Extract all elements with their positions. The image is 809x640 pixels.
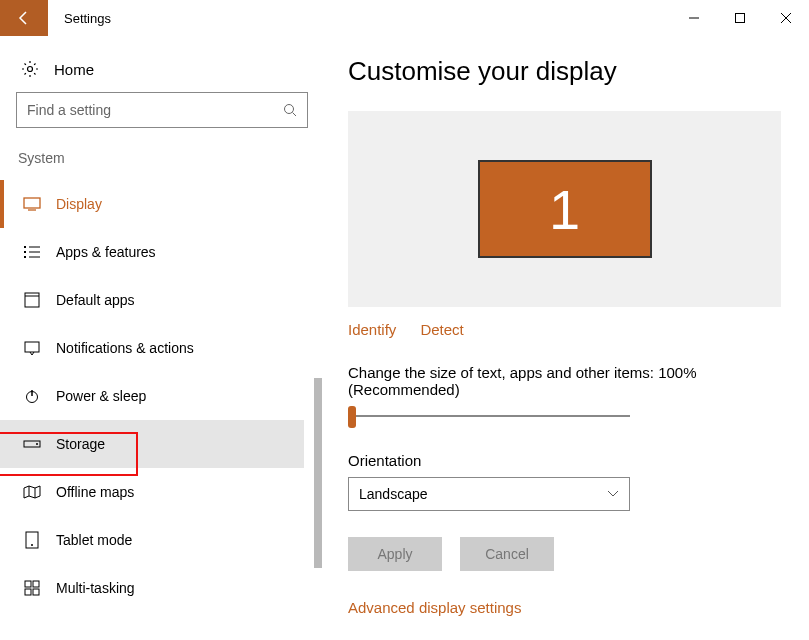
sidebar-item-tablet-mode[interactable]: Tablet mode <box>16 516 320 564</box>
tablet-icon <box>22 531 42 549</box>
svg-rect-13 <box>25 293 39 307</box>
maximize-button[interactable] <box>717 0 763 36</box>
monitor-icon <box>22 197 42 211</box>
monitor-number: 1 <box>549 177 580 242</box>
sidebar-item-label: Tablet mode <box>56 532 132 548</box>
gear-icon <box>20 60 40 78</box>
nav-list: Display Apps & features Default apps Not… <box>16 180 320 612</box>
sidebar-item-label: Apps & features <box>56 244 156 260</box>
sidebar-item-default-apps[interactable]: Default apps <box>16 276 320 324</box>
cancel-button[interactable]: Cancel <box>460 537 554 571</box>
apply-button[interactable]: Apply <box>348 537 442 571</box>
svg-rect-8 <box>24 251 26 253</box>
map-icon <box>22 485 42 499</box>
home-label: Home <box>54 61 94 78</box>
chevron-down-icon <box>607 490 619 498</box>
svg-rect-27 <box>33 589 39 595</box>
svg-point-23 <box>31 544 33 546</box>
orientation-label: Orientation <box>348 452 781 469</box>
scrollbar[interactable] <box>314 378 322 568</box>
sidebar-item-apps-features[interactable]: Apps & features <box>16 228 320 276</box>
svg-rect-5 <box>24 198 40 208</box>
category-label: System <box>16 150 320 166</box>
svg-rect-25 <box>33 581 39 587</box>
sidebar-item-storage[interactable]: Storage <box>0 420 304 468</box>
minimize-button[interactable] <box>671 0 717 36</box>
detect-link[interactable]: Detect <box>420 321 463 338</box>
sidebar-item-label: Offline maps <box>56 484 134 500</box>
svg-rect-26 <box>25 589 31 595</box>
sidebar-item-label: Notifications & actions <box>56 340 194 356</box>
home-link[interactable]: Home <box>16 52 320 92</box>
sidebar: Home System Display Apps & features <box>0 36 320 640</box>
slider-thumb[interactable] <box>348 406 356 428</box>
titlebar: Settings <box>0 0 809 36</box>
svg-rect-15 <box>25 342 39 352</box>
notification-icon <box>22 340 42 356</box>
multitask-icon <box>22 580 42 596</box>
svg-rect-24 <box>25 581 31 587</box>
sidebar-item-label: Multi-tasking <box>56 580 135 596</box>
sidebar-item-multitasking[interactable]: Multi-tasking <box>16 564 320 612</box>
svg-rect-1 <box>736 14 745 23</box>
slider-track <box>348 415 630 417</box>
advanced-display-link[interactable]: Advanced display settings <box>348 599 781 616</box>
svg-rect-7 <box>24 246 26 248</box>
svg-rect-9 <box>24 256 26 258</box>
close-button[interactable] <box>763 0 809 36</box>
list-icon <box>22 245 42 259</box>
monitor-1[interactable]: 1 <box>478 160 652 258</box>
sidebar-item-offline-maps[interactable]: Offline maps <box>16 468 320 516</box>
orientation-select[interactable]: Landscape <box>348 477 630 511</box>
sidebar-item-label: Power & sleep <box>56 388 146 404</box>
text-size-label: Change the size of text, apps and other … <box>348 364 781 398</box>
storage-icon <box>22 439 42 449</box>
search-input-wrapper[interactable] <box>16 92 308 128</box>
identify-link[interactable]: Identify <box>348 321 396 338</box>
text-size-slider[interactable] <box>348 404 630 428</box>
svg-point-19 <box>36 443 38 445</box>
svg-line-4 <box>293 113 297 117</box>
sidebar-item-power-sleep[interactable]: Power & sleep <box>16 372 320 420</box>
back-button[interactable] <box>0 0 48 36</box>
main-content: Customise your display 1 Identify Detect… <box>320 36 809 640</box>
apps-icon <box>22 292 42 308</box>
sidebar-item-label: Display <box>56 196 102 212</box>
svg-point-2 <box>28 67 33 72</box>
window-title: Settings <box>64 11 111 26</box>
display-preview[interactable]: 1 <box>348 111 781 307</box>
sidebar-item-notifications[interactable]: Notifications & actions <box>16 324 320 372</box>
search-icon <box>283 103 297 117</box>
power-icon <box>22 388 42 404</box>
search-input[interactable] <box>27 102 283 118</box>
sidebar-item-label: Default apps <box>56 292 135 308</box>
sidebar-item-label: Storage <box>56 436 105 452</box>
page-title: Customise your display <box>348 56 781 87</box>
sidebar-item-display[interactable]: Display <box>16 180 320 228</box>
orientation-value: Landscape <box>359 486 428 502</box>
svg-point-3 <box>285 105 294 114</box>
